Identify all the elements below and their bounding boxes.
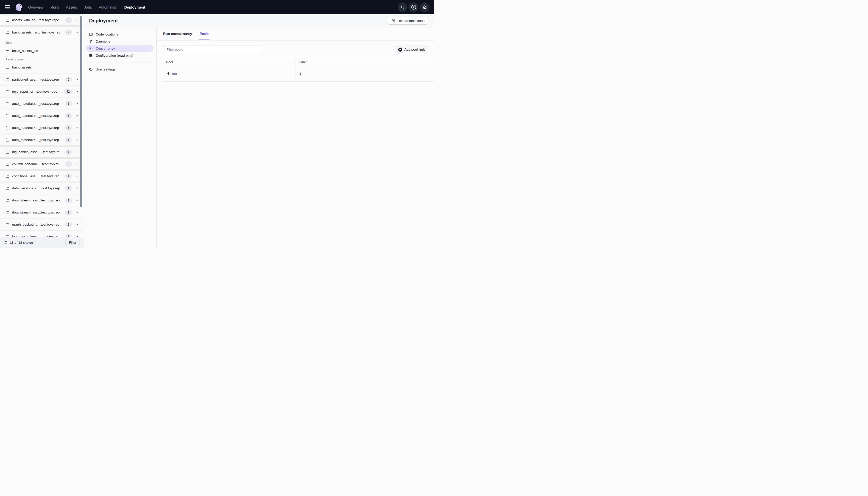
chevron-right-icon[interactable] xyxy=(74,199,80,202)
add-pool-limit-button[interactable]: + Add pool limit xyxy=(395,46,428,53)
nav-jobs[interactable]: Jobs xyxy=(84,5,92,9)
folder-icon xyxy=(5,18,10,22)
job-item[interactable]: basic_assets_job xyxy=(5,48,80,53)
filter-pools-input[interactable] xyxy=(163,46,263,53)
code-location-row[interactable]: assets_with_se…test.toys.repo 3 xyxy=(0,14,83,26)
chevron-right-icon[interactable] xyxy=(74,211,80,214)
count-badge: 1 xyxy=(65,113,72,119)
settings-gear-icon[interactable]: ⚙ xyxy=(420,2,429,12)
code-location-row[interactable]: partitioned_ass…_test.toys.rep 5 xyxy=(0,74,83,85)
sidebar-scrollbar-thumb[interactable] xyxy=(80,16,82,207)
user-icon xyxy=(89,67,93,71)
nav-daemons[interactable]: Daemons xyxy=(86,38,153,45)
deployment-secondary-nav: Code locations Daemons Concurrency Confi… xyxy=(83,27,157,248)
code-location-list: assets_with_se…test.toys.repo 3 basic_as… xyxy=(0,14,83,248)
shown-count: 18 of 18 shown xyxy=(10,241,33,245)
asset-group-item[interactable]: basic_assets xyxy=(5,64,80,70)
folder-icon xyxy=(89,32,93,36)
count-badge: 1 xyxy=(65,210,72,215)
count-badge: 1 xyxy=(65,186,72,191)
folder-icon xyxy=(5,30,10,34)
code-location-name: conditional_ass…_test.toys.rep xyxy=(12,174,63,178)
code-location-row[interactable]: graph_backed_a…test.toys.rep 1 xyxy=(0,219,83,230)
chevron-right-icon[interactable] xyxy=(74,162,80,166)
daemons-icon xyxy=(89,39,93,43)
code-location-row[interactable]: downstream_ass…test.toys.rep 1 xyxy=(0,195,83,206)
chevron-right-icon[interactable] xyxy=(74,187,80,190)
limit-cell: 1 xyxy=(296,66,434,81)
count-badge: 1 xyxy=(65,222,72,227)
nav-configuration-label: Configuration (read-only) xyxy=(96,53,133,58)
chevron-right-icon[interactable] xyxy=(74,138,80,141)
filter-button[interactable]: Filter xyxy=(65,239,80,246)
code-location-row[interactable]: auto_materializ…_test.toys.rep 1 xyxy=(0,110,83,121)
nav-daemons-label: Daemons xyxy=(96,40,110,43)
code-location-name: auto_materializ…_test.toys.rep xyxy=(12,126,63,130)
code-location-name: toys_repositor…test.toys.repo xyxy=(12,90,62,93)
pool-cell: foo xyxy=(163,66,296,81)
chevron-right-icon[interactable] xyxy=(74,90,80,93)
nav-code-locations[interactable]: Code locations xyxy=(86,31,153,38)
code-location-row[interactable]: auto_materializ…_test.toys.rep 1 xyxy=(0,122,83,134)
folder-icon xyxy=(3,241,7,245)
code-location-name: data_versions_r…_test.toys.rep xyxy=(12,186,63,190)
reload-definitions-label: Reload definitions xyxy=(397,19,424,23)
code-location-name: auto_materializ…_test.toys.rep xyxy=(12,138,63,142)
nav-concurrency[interactable]: Concurrency xyxy=(86,45,153,52)
pools-toolbar: + Add pool limit xyxy=(163,46,428,53)
code-location-row[interactable]: data_versions_r…_test.toys.rep 1 xyxy=(0,183,83,194)
nav-configuration[interactable]: Configuration (read-only) xyxy=(86,52,153,59)
folder-icon xyxy=(5,222,10,227)
code-location-row[interactable]: conditional_ass…_test.toys.rep 1 xyxy=(0,170,83,182)
chevron-down-icon[interactable] xyxy=(74,31,80,34)
count-badge: 1 xyxy=(65,173,72,179)
code-location-row[interactable]: column_schema_…test.toys.re 3 xyxy=(0,158,83,170)
count-badge: 2 xyxy=(65,29,72,35)
tab-run-concurrency[interactable]: Run concurrency xyxy=(163,27,192,40)
code-location-row[interactable]: toys_repositor…test.toys.repo 42 xyxy=(0,86,83,97)
count-badge: 5 xyxy=(65,77,72,82)
chevron-right-icon[interactable] xyxy=(74,223,80,226)
chevron-right-icon[interactable] xyxy=(74,174,80,178)
code-location-row[interactable]: auto_materializ…_test.toys.rep 1 xyxy=(0,98,83,109)
code-location-row[interactable]: auto_materializ…_test.toys.rep 1 xyxy=(0,134,83,145)
code-location-row[interactable]: big_honkin_asse…_test.toys.re 1 xyxy=(0,146,83,158)
tab-pools[interactable]: Pools xyxy=(200,27,209,40)
reload-definitions-icon xyxy=(392,19,395,23)
count-badge: 3 xyxy=(65,17,72,23)
search-icon[interactable] xyxy=(398,2,407,12)
nav-user-settings[interactable]: User settings xyxy=(86,66,153,73)
expanded-content: Jobs basic_assets_job Asset groups basic… xyxy=(0,38,83,73)
help-icon[interactable]: ? xyxy=(409,2,419,12)
nav-concurrency-label: Concurrency xyxy=(96,47,115,50)
reload-definitions-button[interactable]: Reload definitions xyxy=(388,17,428,25)
pool-link[interactable]: foo xyxy=(172,72,177,76)
folder-icon xyxy=(5,78,10,81)
menu-icon[interactable] xyxy=(5,4,11,10)
code-location-name: partitioned_ass…_test.toys.rep xyxy=(12,78,63,81)
nav-deployment[interactable]: Deployment xyxy=(124,5,145,9)
count-badge: 1 xyxy=(65,198,72,203)
chevron-right-icon[interactable] xyxy=(74,150,80,154)
sliders-icon xyxy=(89,53,93,58)
nav-automation[interactable]: Automation xyxy=(99,5,117,9)
chevron-right-icon[interactable] xyxy=(74,126,80,129)
code-location-row[interactable]: basic_assets_re…_test.toys.rep 2 xyxy=(0,27,83,38)
nav-assets[interactable]: Assets xyxy=(66,5,77,9)
code-location-row[interactable]: downstream_ass…test.toys.rep 1 xyxy=(0,207,83,218)
code-location-section-expanded: basic_assets_re…_test.toys.rep 2 Jobs ba… xyxy=(0,27,83,73)
dagster-logo-icon[interactable] xyxy=(14,2,23,12)
nav-overview[interactable]: Overview xyxy=(28,5,43,9)
chevron-right-icon[interactable] xyxy=(74,114,80,117)
folder-icon xyxy=(5,126,10,130)
chevron-right-icon[interactable] xyxy=(74,18,80,22)
chevron-right-icon[interactable] xyxy=(74,78,80,81)
concurrency-content: Run concurrency Pools + Add pool limit P… xyxy=(157,27,434,248)
nav-runs[interactable]: Runs xyxy=(50,5,59,9)
app-window: Overview Runs Assets Jobs Automation Dep… xyxy=(0,0,434,248)
add-pool-limit-label: Add pool limit xyxy=(404,48,425,51)
chevron-right-icon[interactable] xyxy=(74,102,80,105)
asset-groups-section-label: Asset groups xyxy=(5,58,80,62)
count-badge: 1 xyxy=(65,125,72,131)
main-area: Deployment Reload definitions Code locat… xyxy=(83,14,434,248)
